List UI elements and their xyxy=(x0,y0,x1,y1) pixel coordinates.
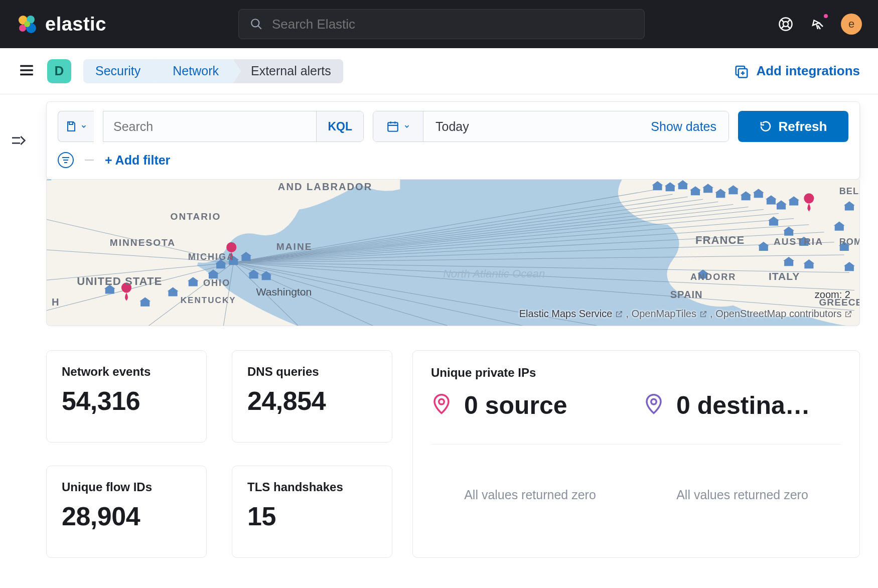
map-attrib-osm[interactable]: , OpenStreetMap contributors xyxy=(710,308,841,319)
svg-text:ROMI: ROMI xyxy=(839,237,859,247)
svg-line-9 xyxy=(781,20,784,22)
network-map[interactable]: AND LABRADOR ONTARIO MINNESOTA MICHIGA M… xyxy=(46,180,860,326)
panel-title: Unique private IPs xyxy=(431,366,841,380)
unique-private-ips-panel[interactable]: Unique private IPs 0 source 0 destina… xyxy=(412,350,860,558)
expand-rail-button[interactable] xyxy=(10,132,26,151)
unique-source: 0 source xyxy=(431,391,629,420)
breadcrumb: Security Network External alerts xyxy=(83,59,343,83)
kpi-dns-queries[interactable]: DNS queries 24,854 xyxy=(232,350,392,443)
svg-text:MAINE: MAINE xyxy=(276,241,313,252)
kpi-label: TLS handshakes xyxy=(247,480,377,494)
svg-line-10 xyxy=(788,20,790,22)
svg-point-4 xyxy=(24,21,30,27)
breadcrumb-current: External alerts xyxy=(233,59,343,83)
space-selector[interactable]: D xyxy=(47,59,71,83)
svg-text:MINNESOTA: MINNESOTA xyxy=(110,237,176,248)
refresh-icon xyxy=(760,120,772,132)
map-attrib-omt[interactable]: , OpenMapTiles xyxy=(626,308,696,319)
date-range-value: Today xyxy=(435,119,469,134)
map-attribution: Elastic Maps Service , OpenMapTiles , Op… xyxy=(519,308,852,320)
external-link-icon xyxy=(615,310,623,318)
refresh-label: Refresh xyxy=(779,119,827,134)
sub-header: D Security Network External alerts Add i… xyxy=(0,48,878,94)
svg-text:AND LABRADOR: AND LABRADOR xyxy=(278,181,372,192)
nav-toggle-button[interactable] xyxy=(18,62,35,81)
global-search[interactable] xyxy=(238,9,645,39)
kpi-value: 28,904 xyxy=(62,501,191,531)
svg-line-12 xyxy=(788,26,790,29)
kpi-value: 24,854 xyxy=(247,386,377,416)
svg-point-78 xyxy=(439,399,445,405)
map-pin-icon xyxy=(431,394,452,417)
saved-queries-button[interactable] xyxy=(58,111,94,142)
breadcrumb-network[interactable]: Network xyxy=(155,59,233,83)
filter-icon xyxy=(62,157,69,163)
add-integrations-button[interactable]: Add integrations xyxy=(734,63,860,79)
save-icon xyxy=(65,120,77,132)
chevron-down-icon xyxy=(80,123,87,130)
kpi-grid: Network events 54,316 DNS queries 24,854… xyxy=(46,350,392,558)
kpi-value: 54,316 xyxy=(62,386,191,416)
svg-line-11 xyxy=(781,26,784,29)
svg-point-56 xyxy=(226,242,236,252)
stats-row: Network events 54,316 DNS queries 24,854… xyxy=(46,350,860,558)
svg-point-5 xyxy=(251,19,259,27)
map-canvas: AND LABRADOR ONTARIO MINNESOTA MICHIGA M… xyxy=(47,180,859,326)
breadcrumb-security[interactable]: Security xyxy=(83,59,155,83)
map-pin-icon xyxy=(643,394,664,417)
brand-name: elastic xyxy=(45,14,106,35)
svg-text:BELA: BELA xyxy=(839,186,859,196)
calendar-icon xyxy=(386,120,399,133)
add-integrations-label: Add integrations xyxy=(756,63,860,79)
unique-source-value: 0 source xyxy=(464,391,629,420)
filter-options-button[interactable] xyxy=(58,152,74,168)
svg-text:Washington: Washington xyxy=(256,286,312,298)
integrations-icon xyxy=(734,64,749,79)
unique-destination: 0 destina… xyxy=(643,391,841,420)
svg-text:SPAIN: SPAIN xyxy=(670,289,703,300)
filter-divider xyxy=(85,160,94,161)
brand-logo[interactable]: elastic xyxy=(16,13,106,35)
date-range-display[interactable]: Today Show dates xyxy=(423,111,728,141)
global-search-input[interactable] xyxy=(272,17,633,32)
elastic-logo-icon xyxy=(16,13,38,35)
kpi-unique-flow-ids[interactable]: Unique flow IDs 28,904 xyxy=(46,466,207,558)
help-icon[interactable] xyxy=(777,15,795,33)
svg-text:North Atlantic Ocean: North Atlantic Ocean xyxy=(443,267,545,280)
svg-text:ITALY: ITALY xyxy=(769,270,800,282)
kpi-network-events[interactable]: Network events 54,316 xyxy=(46,350,207,443)
svg-text:KENTUCKY: KENTUCKY xyxy=(181,296,236,305)
user-avatar[interactable]: e xyxy=(841,14,862,35)
refresh-button[interactable]: Refresh xyxy=(738,111,848,142)
global-header: elastic e xyxy=(0,0,878,48)
svg-text:AUSTRIA: AUSTRIA xyxy=(774,236,823,247)
kpi-label: Network events xyxy=(62,365,191,379)
kql-search-input[interactable] xyxy=(103,111,316,141)
svg-text:MICHIGA: MICHIGA xyxy=(188,252,235,262)
news-icon[interactable] xyxy=(809,15,827,33)
kpi-label: Unique flow IDs xyxy=(62,480,191,494)
svg-text:UNITED STATE: UNITED STATE xyxy=(77,275,162,287)
date-range-group: Today Show dates xyxy=(373,111,729,142)
svg-text:ONTARIO: ONTARIO xyxy=(171,211,221,222)
add-filter-button[interactable]: + Add filter xyxy=(105,153,170,168)
svg-line-6 xyxy=(258,26,261,29)
header-actions: e xyxy=(777,14,862,35)
svg-point-79 xyxy=(651,399,657,405)
query-bar: KQL Today Show dates Refresh xyxy=(46,101,860,180)
svg-text:H: H xyxy=(52,297,59,308)
kql-toggle-button[interactable]: KQL xyxy=(316,111,363,141)
external-link-icon xyxy=(844,310,852,318)
chevron-down-icon xyxy=(403,123,410,130)
svg-rect-22 xyxy=(69,122,73,124)
map-zoom-label: zoom: 2 xyxy=(815,289,850,301)
show-dates-link[interactable]: Show dates xyxy=(651,119,716,134)
kql-search-box[interactable]: KQL xyxy=(103,111,364,142)
map-attrib-ems[interactable]: Elastic Maps Service xyxy=(519,308,613,319)
svg-rect-23 xyxy=(388,122,398,131)
kpi-label: DNS queries xyxy=(247,365,377,379)
date-quick-select-button[interactable] xyxy=(373,111,423,141)
svg-text:ANDORR: ANDORR xyxy=(690,272,737,282)
unique-destination-value: 0 destina… xyxy=(676,391,841,420)
kpi-tls-handshakes[interactable]: TLS handshakes 15 xyxy=(232,466,392,558)
